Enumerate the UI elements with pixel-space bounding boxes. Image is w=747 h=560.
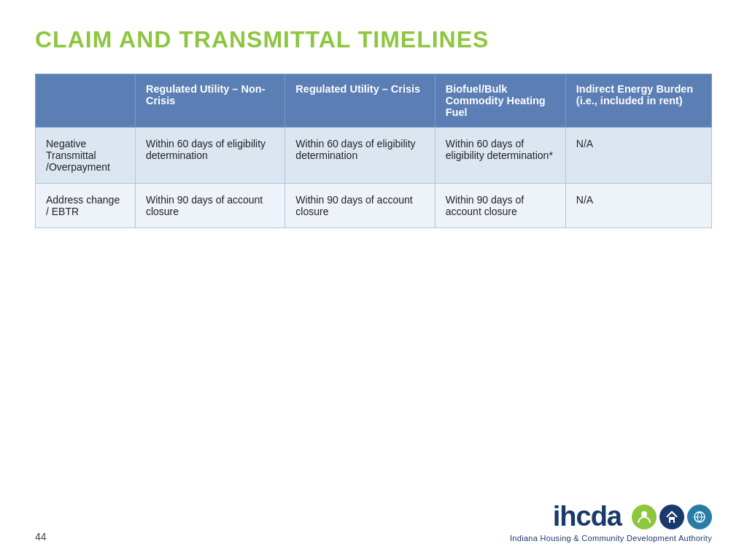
logo-icons [632,505,712,529]
table-row: Address change / EBTR Within 90 days of … [36,184,712,228]
row2-col2: Within 90 days of account closure [135,184,285,228]
header-indirect-energy: Indirect Energy Burden (i.e., included i… [565,74,711,128]
header-regulated-crisis: Regulated Utility – Crisis [285,74,435,128]
page-number: 44 [35,531,47,542]
timelines-table: Regulated Utility – Non-Crisis Regulated… [35,74,712,228]
page-title: CLAIM AND TRANSMITTAL TIMELINES [35,26,712,53]
logo-main: ihcda [553,501,712,532]
logo-icon-house [659,505,684,529]
row2-col3: Within 90 days of account closure [285,184,435,228]
row1-col4: Within 60 days of eligibility determinat… [435,128,565,184]
slide: CLAIM AND TRANSMITTAL TIMELINES Regulate… [0,0,747,560]
row2-col5: N/A [565,184,711,228]
row1-col3: Within 60 days of eligibility determinat… [285,128,435,184]
logo-icon-person [632,505,657,529]
header-empty [36,74,136,128]
header-biofuel: Biofuel/Bulk Commodity Heating Fuel [435,74,565,128]
row1-col2: Within 60 days of eligibility determinat… [135,128,285,184]
footer: 44 ihcda [35,501,712,542]
row1-col5: N/A [565,128,711,184]
logo-area: ihcda [510,501,712,542]
row2-label: Address change / EBTR [36,184,136,228]
table-row: Negative Transmittal /Overpayment Within… [36,128,712,184]
table-header-row: Regulated Utility – Non-Crisis Regulated… [36,74,712,128]
logo-icon-globe [687,505,712,529]
logo-text: ihcda [553,501,622,532]
svg-rect-2 [670,520,673,523]
row1-label: Negative Transmittal /Overpayment [36,128,136,184]
table-container: Regulated Utility – Non-Crisis Regulated… [35,74,712,489]
header-regulated-non-crisis: Regulated Utility – Non-Crisis [135,74,285,128]
row2-col4: Within 90 days of account closure [435,184,565,228]
svg-point-0 [641,511,647,517]
logo-subtitle: Indiana Housing & Community Development … [510,534,712,542]
